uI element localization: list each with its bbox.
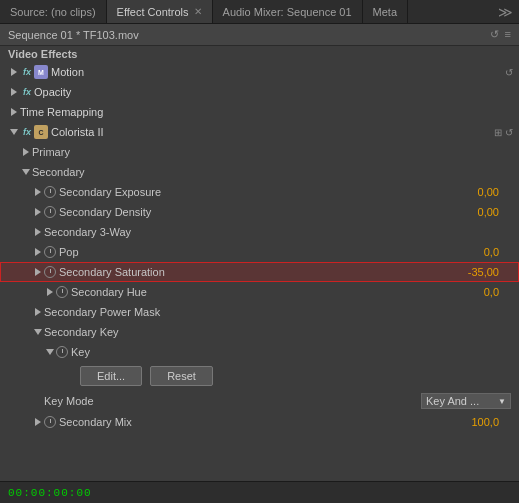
colorista-settings-icon: ⊞ <box>494 127 502 138</box>
motion-row-icons: ↺ <box>505 67 513 78</box>
effects-scroll[interactable]: Video Effects fx M Motion ↺ fx Opacity <box>0 46 519 481</box>
effect-row-sec-power-mask[interactable]: Secondary Power Mask <box>0 302 519 322</box>
effect-row-colorista[interactable]: fx C Colorista II ⊞ ↺ <box>0 122 519 142</box>
triangle-opacity <box>8 86 20 98</box>
effect-row-time-remapping[interactable]: Time Remapping <box>0 102 519 122</box>
motion-reset-icon: ↺ <box>505 67 513 78</box>
key-label: Key <box>71 346 519 358</box>
reset-icon[interactable]: ↺ <box>490 28 499 41</box>
sec-exposure-value[interactable]: 0,00 <box>459 186 519 198</box>
triangle-sec-power-mask <box>32 306 44 318</box>
stopwatch-sec-mix <box>44 416 56 428</box>
triangle-colorista <box>8 126 20 138</box>
sec-mix-label: Secondary Mix <box>59 416 459 428</box>
triangle-sec-density <box>32 206 44 218</box>
colorista-icon: C <box>34 125 48 139</box>
fx-badge-opacity: fx <box>23 87 31 97</box>
sequence-name: Sequence 01 * TF103.mov <box>8 29 139 41</box>
motion-icon: M <box>34 65 48 79</box>
sec-3way-label: Secondary 3-Way <box>44 226 519 238</box>
sec-hue-label: Secondary Hue <box>71 286 459 298</box>
colorista-reset-icon: ↺ <box>505 127 513 138</box>
key-mode-dropdown[interactable]: Key And ... ▼ <box>421 393 511 409</box>
stopwatch-key <box>56 346 68 358</box>
tab-source[interactable]: Source: (no clips) <box>0 0 107 23</box>
sec-exposure-label: Secondary Exposure <box>59 186 459 198</box>
sec-density-value[interactable]: 0,00 <box>459 206 519 218</box>
header-icons: ↺ ≡ <box>490 28 511 41</box>
opacity-label: Opacity <box>34 86 519 98</box>
effect-row-sec-hue[interactable]: Secondary Hue 0,0 <box>0 282 519 302</box>
tab-meta[interactable]: Meta <box>363 0 408 23</box>
fx-badge-motion: fx <box>23 67 31 77</box>
edit-button[interactable]: Edit... <box>80 366 142 386</box>
sequence-header: Sequence 01 * TF103.mov ↺ ≡ <box>0 24 519 46</box>
effect-row-primary[interactable]: Primary <box>0 142 519 162</box>
time-remapping-label: Time Remapping <box>20 106 519 118</box>
triangle-sec-saturation <box>32 266 44 278</box>
stopwatch-pop <box>44 246 56 258</box>
key-mode-row: Key Mode Key And ... ▼ <box>0 390 519 412</box>
time-bar: 00:00:00:00 <box>0 481 519 503</box>
effect-row-motion[interactable]: fx M Motion ↺ <box>0 62 519 82</box>
stopwatch-sec-density <box>44 206 56 218</box>
effect-row-secondary-density[interactable]: Secondary Density 0,00 <box>0 202 519 222</box>
dropdown-arrow-icon: ▼ <box>498 397 506 406</box>
sec-saturation-label: Secondary Saturation <box>59 266 459 278</box>
main-panel: Sequence 01 * TF103.mov ↺ ≡ Video Effect… <box>0 24 519 503</box>
triangle-motion <box>8 66 20 78</box>
pop-value[interactable]: 0,0 <box>459 246 519 258</box>
sec-power-mask-label: Secondary Power Mask <box>44 306 519 318</box>
settings-icon[interactable]: ≡ <box>505 28 511 41</box>
triangle-sec-mix <box>32 416 44 428</box>
sec-key-label: Secondary Key <box>44 326 519 338</box>
triangle-time-remapping <box>8 106 20 118</box>
effect-row-secondary[interactable]: Secondary <box>0 162 519 182</box>
secondary-label: Secondary <box>32 166 519 178</box>
effect-row-secondary-exposure[interactable]: Secondary Exposure 0,00 <box>0 182 519 202</box>
triangle-sec-key <box>32 326 44 338</box>
stopwatch-sec-hue <box>56 286 68 298</box>
triangle-pop <box>32 246 44 258</box>
effect-row-sec-saturation[interactable]: Secondary Saturation -35,00 <box>0 262 519 282</box>
section-label: Video Effects <box>0 46 519 62</box>
triangle-primary <box>20 146 32 158</box>
reset-button[interactable]: Reset <box>150 366 213 386</box>
key-buttons-row: Edit... Reset <box>0 362 519 390</box>
triangle-secondary <box>20 166 32 178</box>
sec-mix-value[interactable]: 100,0 <box>459 416 519 428</box>
primary-label: Primary <box>32 146 519 158</box>
content-area: Video Effects fx M Motion ↺ fx Opacity <box>0 46 519 481</box>
time-display[interactable]: 00:00:00:00 <box>8 487 92 499</box>
colorista-row-icons: ⊞ ↺ <box>494 127 513 138</box>
colorista-label: Colorista II <box>51 126 494 138</box>
tab-bar: Source: (no clips) Effect Controls ✕ Aud… <box>0 0 519 24</box>
fx-badge-colorista: fx <box>23 127 31 137</box>
motion-label: Motion <box>51 66 505 78</box>
stopwatch-sec-exposure <box>44 186 56 198</box>
triangle-sec-exposure <box>32 186 44 198</box>
sec-density-label: Secondary Density <box>59 206 459 218</box>
effect-row-sec-key[interactable]: Secondary Key <box>0 322 519 342</box>
triangle-sec-3way <box>32 226 44 238</box>
sec-hue-value[interactable]: 0,0 <box>459 286 519 298</box>
sec-saturation-value[interactable]: -35,00 <box>459 266 519 278</box>
effect-row-secondary-3way[interactable]: Secondary 3-Way <box>0 222 519 242</box>
tab-more-icon[interactable]: ≫ <box>492 4 519 20</box>
triangle-key <box>44 346 56 358</box>
effect-row-pop[interactable]: Pop 0,0 <box>0 242 519 262</box>
effect-row-secondary-mix[interactable]: Secondary Mix 100,0 <box>0 412 519 432</box>
close-icon[interactable]: ✕ <box>194 6 202 17</box>
effect-row-key[interactable]: Key <box>0 342 519 362</box>
tab-effect-controls[interactable]: Effect Controls ✕ <box>107 0 213 23</box>
key-mode-value: Key And ... <box>426 395 479 407</box>
key-mode-label: Key Mode <box>44 395 421 407</box>
pop-label: Pop <box>59 246 459 258</box>
effect-row-opacity[interactable]: fx Opacity <box>0 82 519 102</box>
triangle-sec-hue <box>44 286 56 298</box>
tab-audio-mixer[interactable]: Audio Mixer: Sequence 01 <box>213 0 363 23</box>
stopwatch-sec-saturation <box>44 266 56 278</box>
